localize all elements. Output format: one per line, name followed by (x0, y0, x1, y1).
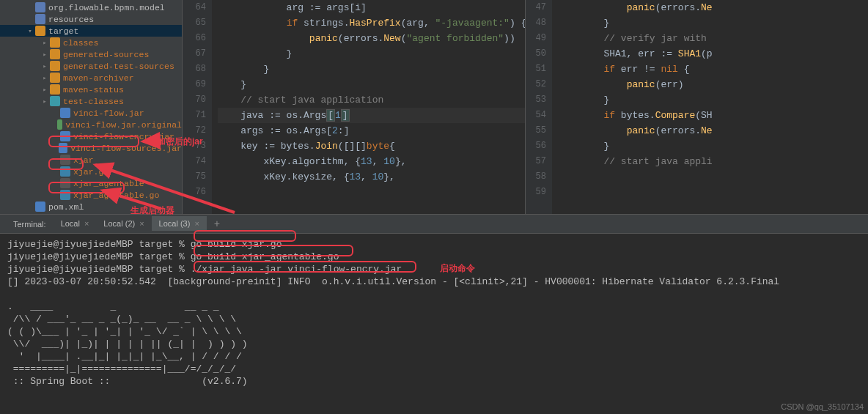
tree-label: test-classes (63, 97, 124, 106)
tree-item[interactable]: xjar.go (0, 166, 182, 177)
file-jar-icon (60, 108, 70, 118)
tree-item[interactable]: xjar_agentable.go (0, 189, 182, 201)
tree-item[interactable]: vinci-flow-encry.jar (0, 130, 182, 142)
terminal-tab[interactable]: Local× (54, 216, 97, 231)
terminal-panel: Terminal: Local×Local (2)×Local (3)× + j… (0, 214, 868, 414)
chevron-icon: ▾ (26, 27, 34, 35)
tree-item[interactable]: vinci-flow.jar.original (0, 119, 182, 130)
chevron-icon: ▸ (41, 74, 48, 82)
folder-blue-icon (35, 14, 45, 24)
tree-item[interactable]: pom.xml (0, 201, 182, 212)
file-go-icon (60, 166, 70, 177)
terminal-label: Terminal: (7, 217, 52, 232)
folder-cyan-icon (50, 96, 60, 106)
folder-orange-icon (50, 61, 60, 71)
terminal-tab[interactable]: Local (3)× (152, 216, 207, 231)
folder-orange-icon (50, 49, 60, 59)
tree-label: resources (48, 15, 94, 24)
terminal-tab[interactable]: Local (2)× (96, 216, 151, 231)
tree-item[interactable]: ▸test-classes (0, 95, 182, 107)
tree-item[interactable]: ▸maven-status (0, 84, 182, 95)
file-dark-icon (60, 178, 70, 188)
file-m-icon (35, 202, 45, 212)
terminal-add-tab[interactable]: + (208, 218, 226, 230)
folder-orange-icon (35, 26, 45, 36)
tree-label: xjar_agentable (73, 179, 144, 188)
tree-item[interactable]: vinci-flow-sources.jar (0, 142, 182, 154)
tree-item[interactable]: ▸generated-sources (0, 48, 182, 60)
chevron-icon: ▸ (41, 86, 48, 94)
chevron-icon: ▸ (41, 51, 48, 59)
editor-left[interactable]: 64656667686970717273747576 arg := args[i… (182, 0, 525, 214)
tree-label: target (48, 26, 78, 36)
folder-orange-icon (50, 84, 60, 95)
tree-label: vinci-flow.jar.original (65, 120, 182, 130)
file-jar-icon (60, 131, 70, 141)
tree-item[interactable]: ▸classes (0, 37, 182, 48)
folder-orange-icon (50, 73, 60, 83)
tree-item[interactable]: ▾target (0, 25, 182, 37)
editor-split: 64656667686970717273747576 arg := args[i… (182, 0, 868, 214)
tree-label: generated-sources (63, 50, 149, 59)
chevron-icon: ▸ (41, 62, 48, 70)
terminal-tabs: Terminal: Local×Local (2)×Local (3)× + (0, 215, 868, 234)
terminal-body[interactable]: jiyuejie@jiyuejiedeMBP target % go build… (0, 234, 868, 414)
editor-right[interactable]: 47484950515253545556575859 panic(errors.… (525, 0, 868, 214)
close-icon[interactable]: × (84, 219, 89, 228)
tree-item[interactable]: ▸generated-test-sources (0, 60, 182, 72)
tree-label: xjar.go (73, 167, 108, 177)
file-jar-icon (59, 143, 67, 153)
tree-label: generated-test-sources (63, 62, 174, 71)
tree-label: classes (63, 38, 98, 48)
watermark: CSDN @qq_35107134 (781, 402, 864, 411)
tree-item[interactable]: xjar_agentable (0, 177, 182, 189)
close-icon[interactable]: × (139, 219, 144, 228)
tree-item[interactable]: resources (0, 13, 182, 25)
tree-label: vinci-flow.jar (73, 108, 144, 118)
folder-orange-icon (50, 37, 60, 48)
project-tree[interactable]: org.flowable.bpmn.model resources▾target… (0, 0, 182, 214)
tree-label: vinci-flow-sources.jar (70, 144, 182, 153)
tree-label: pom.xml (48, 202, 84, 212)
tree-item[interactable]: vinci-flow.jar (0, 107, 182, 119)
tree-label: vinci-flow-encry.jar (73, 132, 174, 141)
tree-item[interactable]: xjar (0, 154, 182, 166)
tree-label: xjar (73, 155, 94, 165)
file-dark-icon (60, 155, 70, 165)
close-icon[interactable]: × (194, 219, 199, 228)
tree-item[interactable]: ▸maven-archiver (0, 72, 182, 84)
file-doc-icon (57, 119, 63, 130)
file-go-icon (60, 190, 70, 200)
tree-label: xjar_agentable.go (73, 191, 159, 200)
chevron-icon: ▸ (41, 97, 48, 106)
tree-item[interactable]: org.flowable.bpmn.model (0, 1, 182, 13)
tree-label: maven-status (63, 85, 124, 95)
tree-label: maven-archiver (63, 73, 134, 83)
chevron-icon: ▸ (41, 39, 48, 47)
folder-blue-icon (35, 2, 45, 12)
tree-label: org.flowable.bpmn.model (48, 3, 165, 12)
